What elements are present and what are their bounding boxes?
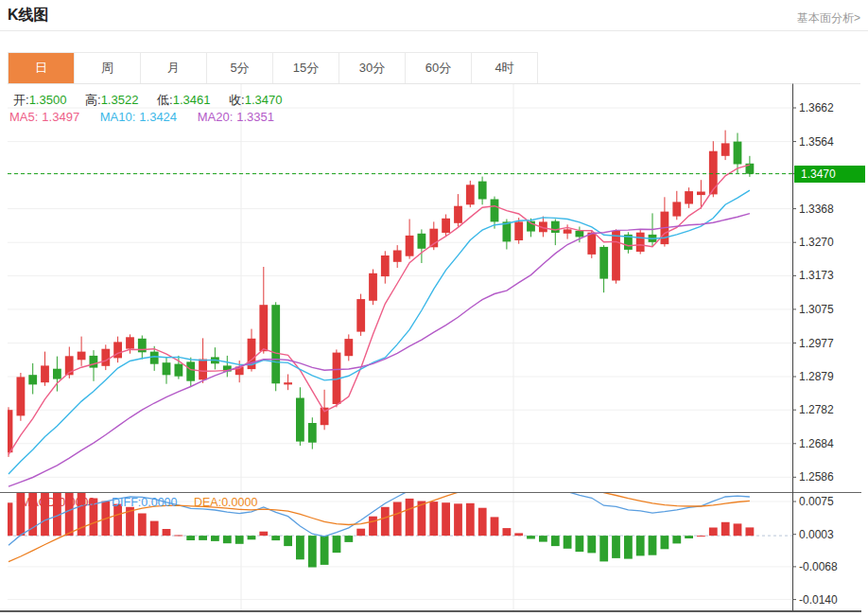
macd-bar: [685, 536, 693, 538]
candle: [466, 181, 475, 207]
macd-legend: MACD:0.0000 DIFF:0.0000 DEA:0.0000: [21, 496, 270, 509]
macd-bar: [454, 503, 462, 536]
macd-bar: [661, 536, 669, 549]
tab-15min[interactable]: 15分: [273, 53, 339, 83]
current-price-tag: 1.3470: [794, 166, 865, 183]
ma-legend: MA5:1.3497 MA10:1.3424 MA20:1.3351: [9, 110, 291, 124]
price-axis-label: 1.2586: [799, 470, 834, 484]
macd-bar: [697, 536, 705, 537]
macd-bar: [284, 536, 292, 546]
macd-axis-label: 0.0003: [799, 528, 834, 541]
candle: [599, 245, 608, 292]
macd-bar: [235, 536, 244, 544]
price-axis-label: 1.3662: [799, 101, 834, 114]
price-axis-label: 1.3173: [799, 269, 834, 282]
candle: [369, 270, 377, 306]
timeframe-tab-bar: 日 周 月 5分 15分 30分 60分 4时: [8, 52, 538, 83]
macd-bar: [746, 527, 755, 536]
macd-bar: [539, 536, 547, 542]
macd-bar: [296, 536, 304, 559]
macd-bar: [369, 517, 377, 536]
macd-bar: [356, 529, 365, 537]
macd-bar: [344, 536, 353, 542]
candle: [223, 356, 232, 378]
price-axis-label: 1.2684: [799, 437, 834, 450]
high-label: 高:: [85, 93, 101, 107]
macd-bar: [41, 487, 49, 537]
candle: [721, 131, 730, 161]
macd-bar: [551, 536, 560, 546]
candle: [41, 352, 49, 386]
macd-bar: [321, 536, 329, 565]
candle: [308, 417, 317, 449]
macd-bar: [466, 503, 475, 536]
candle: [491, 197, 499, 229]
macd-readout: MACD:0.0000: [21, 496, 95, 509]
macd-bar: [612, 536, 620, 558]
tab-month[interactable]: 月: [141, 53, 207, 83]
macd-bar: [5, 502, 13, 536]
open-label: 开:: [13, 93, 29, 107]
ma10-readout: MA10:1.3424: [100, 110, 177, 124]
macd-layer: [5, 471, 755, 568]
candles-layer: [5, 131, 755, 457]
candle: [418, 229, 426, 263]
candle: [296, 387, 304, 446]
candle: [344, 334, 353, 361]
macd-bar: [649, 536, 657, 555]
low-value: 1.3461: [173, 93, 211, 107]
tab-5min[interactable]: 5分: [207, 53, 273, 83]
macd-bar: [587, 536, 596, 553]
candle: [381, 251, 390, 283]
price-axis-label: 1.2782: [799, 403, 834, 416]
tab-4hour[interactable]: 4时: [472, 53, 537, 83]
close-value: 1.3470: [245, 93, 283, 107]
dea-readout: DEA:0.0000: [194, 496, 257, 509]
macd-bar: [564, 536, 572, 549]
candle: [356, 294, 365, 336]
candle: [163, 357, 171, 383]
price-axis-label: 1.2879: [799, 370, 834, 383]
candle: [78, 337, 86, 366]
tab-week[interactable]: 周: [75, 53, 141, 83]
macd-bar: [381, 507, 390, 536]
macd-bar: [672, 536, 681, 543]
macd-bar: [527, 536, 535, 538]
price-axis-label: 1.3564: [799, 135, 834, 149]
tab-30min[interactable]: 30分: [339, 53, 406, 83]
candle: [211, 347, 219, 369]
macd-axis-label: -0.0140: [799, 593, 838, 607]
candle: [612, 229, 620, 283]
macd-axis-label: 0.0075: [799, 495, 834, 508]
macd-axis-label: -0.0068: [799, 560, 838, 573]
candle: [672, 191, 681, 220]
candle: [138, 336, 147, 360]
low-label: 低:: [157, 93, 173, 107]
tab-60min[interactable]: 60分: [406, 53, 472, 83]
macd-bar: [211, 536, 219, 541]
candle: [406, 220, 414, 259]
macd-bar: [150, 521, 159, 537]
macd-bar: [186, 536, 195, 540]
macd-bar: [734, 523, 742, 536]
macd-bar: [333, 536, 341, 553]
candle: [101, 344, 110, 370]
macd-bar: [259, 532, 268, 536]
candle: [624, 232, 633, 253]
price-axis-label: 1.2977: [799, 337, 834, 350]
macd-bar: [514, 533, 523, 536]
macd-bar: [442, 502, 450, 536]
macd-bar: [248, 536, 256, 539]
macd-bar: [599, 536, 608, 561]
candle: [28, 363, 37, 395]
close-label: 收:: [229, 93, 245, 107]
high-value: 1.3522: [101, 93, 139, 107]
macd-bar: [199, 536, 207, 540]
macd-bar: [503, 528, 512, 536]
candle: [551, 220, 560, 246]
tab-day[interactable]: 日: [9, 53, 75, 83]
candle: [685, 187, 693, 208]
diff-readout: DIFF:0.0000: [112, 496, 177, 509]
ma20-readout: MA20:1.3351: [198, 110, 274, 124]
macd-bar: [393, 502, 402, 537]
